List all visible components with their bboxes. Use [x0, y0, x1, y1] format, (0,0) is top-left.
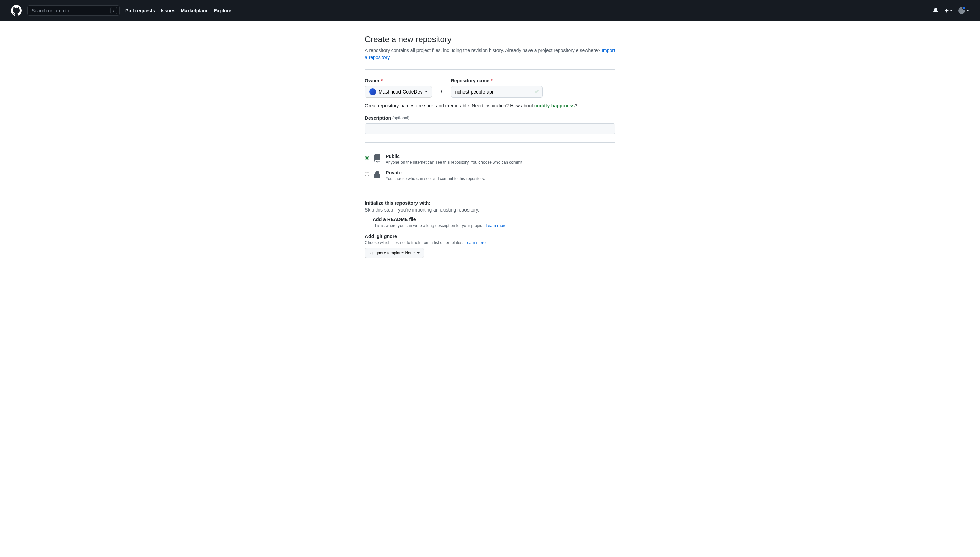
- create-new-dropdown[interactable]: [944, 8, 953, 13]
- page-subhead: A repository contains all project files,…: [365, 47, 615, 61]
- status-indicator: [962, 7, 966, 10]
- public-label: Public: [385, 154, 523, 159]
- description-label-text: Description: [365, 115, 391, 121]
- owner-avatar: [369, 88, 376, 95]
- path-separator: /: [440, 87, 443, 98]
- gitignore-template-button[interactable]: .gitignore template: None: [365, 248, 424, 258]
- primary-nav: Pull requests Issues Marketplace Explore: [125, 8, 231, 13]
- owner-repo-row: Owner * Mashhood-CodeDev / Repository na…: [365, 78, 615, 98]
- main-content: Create a new repository A repository con…: [359, 21, 621, 272]
- init-sub: Skip this step if you're importing an ex…: [365, 207, 615, 213]
- check-icon: [534, 89, 539, 95]
- caret-down-icon: [425, 91, 428, 93]
- optional-indicator: (optional): [392, 116, 409, 121]
- caret-down-icon: [417, 252, 420, 254]
- gitignore-desc-text: Choose which files not to track from a l…: [365, 240, 464, 245]
- readme-desc: This is where you can write a long descr…: [372, 223, 615, 228]
- divider: [365, 192, 615, 192]
- nav-pull-requests[interactable]: Pull requests: [125, 8, 155, 13]
- notifications-icon[interactable]: [933, 8, 939, 13]
- hint-prefix: Great repository names are short and mem…: [365, 103, 534, 109]
- hint-suffix: ?: [575, 103, 577, 109]
- owner-name-text: Mashhood-CodeDev: [379, 89, 422, 94]
- user-menu[interactable]: [958, 7, 969, 14]
- readme-desc-text: This is where you can write a long descr…: [372, 223, 485, 228]
- header-actions: [933, 7, 969, 14]
- description-label: Description (optional): [365, 115, 615, 121]
- readme-label: Add a README file: [372, 217, 416, 222]
- required-indicator: *: [381, 78, 383, 83]
- public-radio[interactable]: [365, 156, 369, 160]
- nav-issues[interactable]: Issues: [161, 8, 176, 13]
- gitignore-label: Add .gitignore: [365, 234, 615, 239]
- search-shortcut-hint: /: [110, 7, 117, 14]
- search-input[interactable]: [27, 5, 120, 16]
- divider: [365, 142, 615, 143]
- repo-icon: [373, 155, 381, 164]
- required-indicator: *: [491, 78, 492, 83]
- page-title: Create a new repository: [365, 35, 615, 44]
- nav-explore[interactable]: Explore: [214, 8, 231, 13]
- public-desc: Anyone on the internet can see this repo…: [385, 160, 523, 164]
- github-logo[interactable]: [11, 5, 22, 16]
- readme-checkbox[interactable]: [365, 218, 369, 222]
- repo-name-label: Repository name *: [451, 78, 543, 83]
- lock-icon: [373, 171, 381, 180]
- gitignore-learn-more-link[interactable]: Learn more.: [464, 240, 487, 245]
- divider: [365, 69, 615, 70]
- repo-name-group: Repository name *: [451, 78, 543, 98]
- owner-label-text: Owner: [365, 78, 380, 83]
- readme-learn-more-link[interactable]: Learn more.: [485, 223, 508, 228]
- repo-name-input-wrap: [451, 86, 543, 98]
- visibility-private-option: Private You choose who can see and commi…: [365, 167, 615, 184]
- owner-group: Owner * Mashhood-CodeDev: [365, 78, 432, 98]
- owner-label: Owner *: [365, 78, 432, 83]
- description-input[interactable]: [365, 124, 615, 134]
- caret-down-icon: [950, 10, 953, 11]
- private-radio[interactable]: [365, 172, 369, 176]
- global-header: / Pull requests Issues Marketplace Explo…: [0, 0, 980, 21]
- private-desc: You choose who can see and commit to thi…: [385, 176, 485, 181]
- private-text: Private You choose who can see and commi…: [385, 170, 485, 181]
- nav-marketplace[interactable]: Marketplace: [181, 8, 209, 13]
- caret-down-icon: [966, 10, 969, 11]
- user-avatar: [958, 7, 965, 14]
- search-wrapper: /: [27, 5, 120, 16]
- name-hint: Great repository names are short and mem…: [365, 103, 615, 109]
- visibility-public-option: Public Anyone on the internet can see th…: [365, 151, 615, 167]
- private-label: Private: [385, 170, 485, 176]
- init-heading: Initialize this repository with:: [365, 200, 615, 206]
- readme-option: Add a README file: [365, 217, 615, 222]
- gitignore-desc: Choose which files not to track from a l…: [365, 240, 615, 245]
- repo-name-input[interactable]: [451, 86, 543, 98]
- repo-name-label-text: Repository name: [451, 78, 490, 83]
- name-suggestion-link[interactable]: cuddly-happiness: [534, 103, 575, 109]
- subhead-text: A repository contains all project files,…: [365, 47, 602, 53]
- public-text: Public Anyone on the internet can see th…: [385, 154, 523, 164]
- gitignore-button-text: .gitignore template: None: [369, 251, 415, 256]
- owner-select-button[interactable]: Mashhood-CodeDev: [365, 86, 432, 98]
